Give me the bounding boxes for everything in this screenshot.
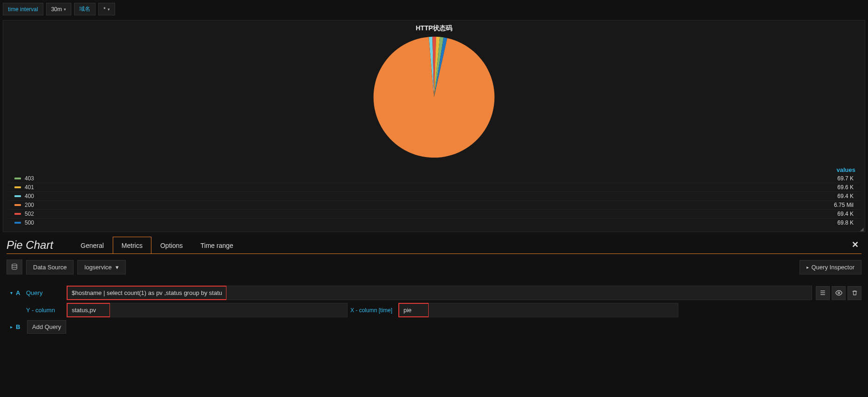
tab-time-range[interactable]: Time range bbox=[191, 237, 242, 254]
legend-value: 69.6 K bbox=[837, 184, 854, 191]
xcolumn-label: X - column [time] bbox=[348, 307, 399, 314]
query-delete-button[interactable] bbox=[847, 286, 861, 300]
add-query-button[interactable]: Add Query bbox=[27, 320, 66, 334]
pie-svg bbox=[372, 35, 496, 159]
datasource-selected: logservice bbox=[84, 264, 112, 271]
close-editor-button[interactable]: ✕ bbox=[852, 240, 859, 250]
legend-row[interactable]: 50269.4 K bbox=[8, 209, 860, 218]
legend-row[interactable]: 2006.75 Mil bbox=[8, 200, 860, 209]
legend-label: 502 bbox=[25, 211, 34, 217]
values-column-header[interactable]: values bbox=[837, 166, 855, 173]
datasource-label: Data Source bbox=[26, 260, 74, 274]
legend-label: 500 bbox=[25, 219, 34, 226]
query-input[interactable] bbox=[67, 286, 226, 300]
legend-swatch bbox=[14, 204, 21, 206]
legend-value: 69.7 K bbox=[837, 175, 854, 182]
tab-metrics[interactable]: Metrics bbox=[113, 237, 151, 254]
legend-row[interactable]: 50069.8 K bbox=[8, 218, 860, 227]
legend-value: 69.4 K bbox=[837, 211, 854, 217]
trash-icon bbox=[852, 290, 858, 296]
datasource-select[interactable]: logservice ▾ bbox=[77, 260, 126, 274]
query-input-extend[interactable] bbox=[226, 286, 812, 300]
chart-title: HTTP状态码 bbox=[3, 21, 865, 33]
legend-value: 69.4 K bbox=[837, 193, 854, 199]
pie-chart bbox=[3, 33, 865, 164]
legend-label: 401 bbox=[25, 184, 34, 191]
tab-general[interactable]: General bbox=[72, 237, 113, 254]
legend-label: 200 bbox=[25, 202, 34, 208]
datasource-icon bbox=[7, 260, 22, 274]
query-inspector-label: Query Inspector bbox=[812, 264, 855, 271]
ycolumn-input-extend[interactable] bbox=[110, 303, 348, 317]
caret-right-icon: ▸ bbox=[806, 265, 809, 270]
legend-swatch bbox=[14, 186, 21, 188]
legend-value: 69.8 K bbox=[837, 219, 854, 226]
legend-swatch bbox=[14, 178, 21, 179]
query-menu-button[interactable]: ☰ bbox=[816, 286, 830, 300]
query-collapse-toggle[interactable]: ▾ bbox=[7, 290, 16, 295]
editor-tabs: General Metrics Options Time range bbox=[72, 237, 242, 254]
panel-editor: Pie Chart General Metrics Options Time r… bbox=[0, 232, 868, 255]
legend-header: values bbox=[3, 164, 865, 174]
panel-type-title: Pie Chart bbox=[7, 237, 53, 252]
domain-select[interactable]: * ▾ bbox=[98, 3, 115, 15]
time-interval-select[interactable]: 30m ▾ bbox=[46, 3, 71, 15]
query-row-a: ▾ A Query ☰ bbox=[7, 286, 861, 300]
query-letter-a[interactable]: A bbox=[16, 289, 24, 296]
domain-value: * bbox=[103, 6, 106, 13]
caret-down-icon: ▾ bbox=[64, 7, 66, 12]
domain-label[interactable]: 域名 bbox=[74, 3, 96, 15]
legend-swatch bbox=[14, 195, 21, 197]
eye-icon bbox=[835, 289, 842, 296]
legend-value: 6.75 Mil bbox=[834, 202, 854, 208]
datasource-row: Data Source logservice ▾ ▸ Query Inspect… bbox=[7, 260, 861, 274]
query-row-b: ▸ B Add Query bbox=[7, 320, 861, 334]
legend-swatch bbox=[14, 222, 21, 224]
time-interval-label[interactable]: time interval bbox=[3, 3, 43, 15]
caret-down-icon: ▾ bbox=[116, 264, 119, 271]
legend-label: 403 bbox=[25, 175, 34, 182]
caret-down-icon: ▾ bbox=[108, 7, 110, 12]
resize-handle[interactable]: ◢ bbox=[860, 226, 864, 232]
query-toggle-visibility-button[interactable] bbox=[832, 286, 846, 300]
svg-point-0 bbox=[12, 264, 17, 266]
legend-swatch bbox=[14, 213, 21, 215]
chart-panel: HTTP状态码 values 40369.7 K40169.6 K40069.4… bbox=[3, 20, 865, 232]
legend-row[interactable]: 40169.6 K bbox=[8, 183, 860, 192]
xcolumn-input-extend[interactable] bbox=[429, 303, 678, 317]
columns-row: Y - column X - column [time] bbox=[7, 303, 861, 317]
database-icon bbox=[11, 263, 18, 271]
legend-table: 40369.7 K40169.6 K40069.4 K2006.75 Mil50… bbox=[3, 174, 865, 232]
xcolumn-input[interactable] bbox=[399, 303, 429, 317]
time-interval-value: 30m bbox=[51, 6, 62, 13]
metrics-section: Data Source logservice ▾ ▸ Query Inspect… bbox=[0, 255, 868, 336]
legend-row[interactable]: 40069.4 K bbox=[8, 192, 860, 200]
variable-bar: time interval 30m ▾ 域名 * ▾ bbox=[0, 0, 868, 18]
legend-label: 400 bbox=[25, 193, 34, 199]
ycolumn-input[interactable] bbox=[67, 303, 110, 317]
query-collapse-toggle-b[interactable]: ▸ bbox=[7, 324, 16, 329]
legend-row[interactable]: 40369.7 K bbox=[8, 174, 860, 183]
query-row-actions: ☰ bbox=[816, 286, 861, 300]
query-label: Query bbox=[24, 289, 67, 296]
svg-point-1 bbox=[838, 292, 840, 294]
query-letter-b[interactable]: B bbox=[16, 323, 24, 330]
ycolumn-label: Y - column bbox=[24, 307, 67, 314]
tab-options[interactable]: Options bbox=[151, 237, 191, 254]
query-inspector-button[interactable]: ▸ Query Inspector bbox=[800, 260, 862, 274]
